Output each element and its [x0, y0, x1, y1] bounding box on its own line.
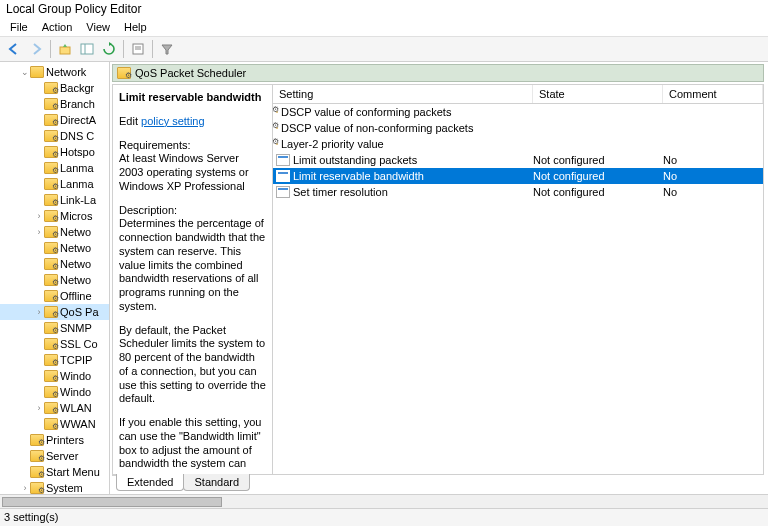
policy-setting-icon	[276, 186, 290, 198]
tree-node[interactable]: DirectA	[0, 112, 109, 128]
setting-state: Not configured	[533, 186, 663, 198]
policy-setting-icon	[276, 170, 290, 182]
selected-setting-title: Limit reservable bandwidth	[119, 91, 266, 105]
tree-node[interactable]: Netwo	[0, 256, 109, 272]
tree-node[interactable]: Server	[0, 448, 109, 464]
tree-node[interactable]: ›Micros	[0, 208, 109, 224]
folder-gear-icon	[44, 338, 58, 350]
tree-node[interactable]: Lanma	[0, 176, 109, 192]
setting-state: Not configured	[533, 170, 663, 182]
folder-gear-icon	[44, 386, 58, 398]
tree-node[interactable]: Netwo	[0, 240, 109, 256]
col-comment[interactable]: Comment	[663, 85, 763, 103]
back-button[interactable]	[4, 39, 24, 59]
toolbar	[0, 36, 768, 62]
tree-node[interactable]: Netwo	[0, 272, 109, 288]
tab-extended[interactable]: Extended	[116, 474, 184, 491]
toolbar-separator	[152, 40, 153, 58]
folder-gear-icon	[117, 67, 131, 79]
svg-rect-0	[60, 47, 70, 54]
tree-node-label: SSL Co	[60, 338, 98, 350]
tree-node[interactable]: ›System	[0, 480, 109, 494]
horizontal-scrollbar[interactable]	[0, 494, 768, 508]
tree-node[interactable]: ⌄Network	[0, 64, 109, 80]
tree-node[interactable]: Link-La	[0, 192, 109, 208]
tree-caret-icon[interactable]: ›	[20, 483, 30, 493]
setting-label: DSCP value of conforming packets	[281, 106, 533, 118]
tree-node[interactable]: ›Netwo	[0, 224, 109, 240]
settings-row[interactable]: Limit outstanding packetsNot configuredN…	[273, 152, 763, 168]
settings-row[interactable]: DSCP value of conforming packets	[273, 104, 763, 120]
requirements-block: Requirements: At least Windows Server 20…	[119, 139, 266, 194]
tree-node[interactable]: Backgr	[0, 80, 109, 96]
tree-node-label: Backgr	[60, 82, 94, 94]
menubar: File Action View Help	[0, 18, 768, 36]
col-setting[interactable]: Setting	[273, 85, 533, 103]
description-block: Description: Determines the percentage o…	[119, 204, 266, 314]
policy-setting-icon	[276, 154, 290, 166]
folder-gear-icon	[44, 242, 58, 254]
tree-node[interactable]: Hotspo	[0, 144, 109, 160]
folder-gear-icon	[276, 111, 278, 113]
tree-node[interactable]: Branch	[0, 96, 109, 112]
settings-list-rows[interactable]: DSCP value of conforming packetsDSCP val…	[273, 104, 763, 474]
tree-caret-icon[interactable]: ›	[34, 307, 44, 317]
settings-row[interactable]: Limit reservable bandwidthNot configured…	[273, 168, 763, 184]
nav-tree[interactable]: ⌄NetworkBackgrBranchDirectADNS CHotspoLa…	[0, 62, 110, 494]
setting-label: Limit outstanding packets	[293, 154, 533, 166]
tree-node-label: Netwo	[60, 226, 91, 238]
tree-node-label: Printers	[46, 434, 84, 446]
tree-node[interactable]: Offline	[0, 288, 109, 304]
folder-gear-icon	[276, 127, 278, 129]
scrollbar-thumb[interactable]	[2, 497, 222, 507]
refresh-button[interactable]	[99, 39, 119, 59]
tree-node[interactable]: Lanma	[0, 160, 109, 176]
folder-gear-icon	[44, 210, 58, 222]
tree-node[interactable]: DNS C	[0, 128, 109, 144]
edit-policy-link[interactable]: policy setting	[141, 115, 205, 127]
folder-gear-icon	[30, 466, 44, 478]
tree-node-label: Link-La	[60, 194, 96, 206]
tree-node-label: Netwo	[60, 258, 91, 270]
tree-node-label: Start Menu	[46, 466, 100, 478]
tree-node-label: Hotspo	[60, 146, 95, 158]
tree-node-label: Micros	[60, 210, 92, 222]
content-header: QoS Packet Scheduler	[112, 64, 764, 82]
settings-row[interactable]: Set timer resolutionNot configuredNo	[273, 184, 763, 200]
svg-rect-1	[81, 44, 93, 54]
settings-row[interactable]: DSCP value of non-conforming packets	[273, 120, 763, 136]
tree-caret-icon[interactable]: ›	[34, 227, 44, 237]
tree-node[interactable]: Start Menu	[0, 464, 109, 480]
tab-standard[interactable]: Standard	[183, 474, 250, 491]
tree-node[interactable]: Windo	[0, 384, 109, 400]
tree-node[interactable]: TCPIP	[0, 352, 109, 368]
settings-list-header[interactable]: Setting State Comment	[273, 85, 763, 104]
filter-button[interactable]	[157, 39, 177, 59]
menu-file[interactable]: File	[4, 19, 34, 35]
tree-caret-icon[interactable]: ›	[34, 403, 44, 413]
folder-gear-icon	[44, 322, 58, 334]
tree-node[interactable]: WWAN	[0, 416, 109, 432]
tree-caret-icon[interactable]: ›	[34, 211, 44, 221]
settings-row[interactable]: Layer-2 priority value	[273, 136, 763, 152]
menu-help[interactable]: Help	[118, 19, 153, 35]
tree-node[interactable]: Printers	[0, 432, 109, 448]
tree-node-label: Lanma	[60, 162, 94, 174]
tree-node[interactable]: ›QoS Pa	[0, 304, 109, 320]
folder-gear-icon	[44, 290, 58, 302]
tree-node-label: SNMP	[60, 322, 92, 334]
tree-node[interactable]: ›WLAN	[0, 400, 109, 416]
col-state[interactable]: State	[533, 85, 663, 103]
tree-node[interactable]: SNMP	[0, 320, 109, 336]
tree-node[interactable]: Windo	[0, 368, 109, 384]
show-hide-tree-button[interactable]	[77, 39, 97, 59]
tree-node[interactable]: SSL Co	[0, 336, 109, 352]
forward-button[interactable]	[26, 39, 46, 59]
menu-action[interactable]: Action	[36, 19, 79, 35]
menu-view[interactable]: View	[80, 19, 116, 35]
description-p2: By default, the Packet Scheduler limits …	[119, 324, 266, 407]
tree-caret-icon[interactable]: ⌄	[20, 67, 30, 77]
folder-gear-icon	[276, 143, 278, 145]
properties-button[interactable]	[128, 39, 148, 59]
up-button[interactable]	[55, 39, 75, 59]
